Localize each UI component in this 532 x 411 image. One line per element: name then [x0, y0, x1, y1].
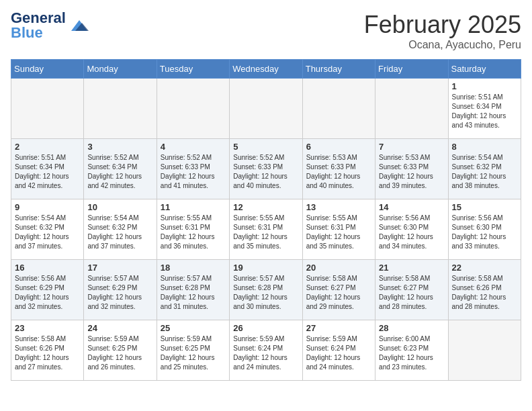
calendar-cell: 26Sunrise: 5:59 AM Sunset: 6:24 PM Dayli…	[230, 320, 302, 381]
calendar-cell: 7Sunrise: 5:53 AM Sunset: 6:33 PM Daylig…	[375, 139, 448, 199]
day-info: Sunrise: 5:58 AM Sunset: 6:26 PM Dayligh…	[452, 274, 517, 312]
calendar-cell: 14Sunrise: 5:56 AM Sunset: 6:30 PM Dayli…	[375, 199, 448, 260]
day-info: Sunrise: 5:54 AM Sunset: 6:32 PM Dayligh…	[452, 153, 517, 191]
weekday-header-saturday: Saturday	[448, 60, 521, 79]
weekday-header-thursday: Thursday	[302, 60, 375, 79]
calendar-cell	[375, 79, 448, 139]
calendar-cell: 6Sunrise: 5:53 AM Sunset: 6:33 PM Daylig…	[302, 139, 375, 199]
calendar-week-3: 9Sunrise: 5:54 AM Sunset: 6:32 PM Daylig…	[11, 199, 521, 260]
day-number: 24	[87, 323, 152, 333]
day-number: 25	[161, 323, 226, 333]
day-info: Sunrise: 5:56 AM Sunset: 6:29 PM Dayligh…	[15, 274, 80, 312]
calendar-cell: 15Sunrise: 5:56 AM Sunset: 6:30 PM Dayli…	[448, 199, 521, 260]
calendar-header-row: SundayMondayTuesdayWednesdayThursdayFrid…	[11, 60, 521, 79]
day-number: 4	[161, 142, 226, 152]
weekday-header-sunday: Sunday	[11, 60, 84, 79]
day-number: 20	[306, 263, 371, 273]
day-number: 19	[233, 263, 298, 273]
day-number: 26	[233, 323, 298, 333]
day-number: 28	[379, 323, 444, 333]
weekday-header-tuesday: Tuesday	[157, 60, 229, 79]
day-info: Sunrise: 5:56 AM Sunset: 6:30 PM Dayligh…	[379, 214, 444, 251]
day-number: 17	[87, 263, 152, 273]
calendar-cell: 8Sunrise: 5:54 AM Sunset: 6:32 PM Daylig…	[448, 139, 521, 199]
calendar-cell	[11, 79, 84, 139]
day-info: Sunrise: 5:54 AM Sunset: 6:32 PM Dayligh…	[87, 214, 152, 251]
day-info: Sunrise: 5:51 AM Sunset: 6:34 PM Dayligh…	[15, 153, 80, 191]
day-number: 9	[15, 202, 80, 212]
calendar-cell: 21Sunrise: 5:58 AM Sunset: 6:27 PM Dayli…	[375, 260, 448, 320]
calendar-cell	[230, 79, 302, 139]
calendar-cell: 3Sunrise: 5:52 AM Sunset: 6:34 PM Daylig…	[84, 139, 157, 199]
day-info: Sunrise: 5:59 AM Sunset: 6:24 PM Dayligh…	[233, 334, 298, 372]
calendar-cell: 22Sunrise: 5:58 AM Sunset: 6:26 PM Dayli…	[448, 260, 521, 320]
day-info: Sunrise: 5:58 AM Sunset: 6:26 PM Dayligh…	[15, 334, 80, 372]
logo-blue-text: Blue	[11, 24, 43, 41]
day-info: Sunrise: 5:58 AM Sunset: 6:27 PM Dayligh…	[306, 274, 371, 312]
calendar-week-2: 2Sunrise: 5:51 AM Sunset: 6:34 PM Daylig…	[11, 139, 521, 199]
calendar-cell	[302, 79, 375, 139]
calendar-cell: 1Sunrise: 5:51 AM Sunset: 6:34 PM Daylig…	[448, 79, 521, 139]
day-info: Sunrise: 5:55 AM Sunset: 6:31 PM Dayligh…	[161, 214, 226, 251]
day-number: 14	[379, 202, 444, 212]
day-info: Sunrise: 5:53 AM Sunset: 6:33 PM Dayligh…	[306, 153, 371, 191]
day-info: Sunrise: 5:57 AM Sunset: 6:29 PM Dayligh…	[87, 274, 152, 312]
day-number: 8	[452, 142, 517, 152]
day-info: Sunrise: 5:57 AM Sunset: 6:28 PM Dayligh…	[233, 274, 298, 312]
calendar-cell: 16Sunrise: 5:56 AM Sunset: 6:29 PM Dayli…	[11, 260, 84, 320]
calendar-cell: 19Sunrise: 5:57 AM Sunset: 6:28 PM Dayli…	[230, 260, 302, 320]
calendar-cell: 5Sunrise: 5:52 AM Sunset: 6:33 PM Daylig…	[230, 139, 302, 199]
day-info: Sunrise: 5:59 AM Sunset: 6:25 PM Dayligh…	[87, 334, 152, 372]
page-header: General Blue February 2025 Ocana, Ayacuc…	[11, 11, 521, 51]
day-number: 22	[452, 263, 517, 273]
day-number: 13	[306, 202, 371, 212]
day-info: Sunrise: 5:54 AM Sunset: 6:32 PM Dayligh…	[15, 214, 80, 251]
day-info: Sunrise: 5:55 AM Sunset: 6:31 PM Dayligh…	[233, 214, 298, 251]
calendar-table: SundayMondayTuesdayWednesdayThursdayFrid…	[11, 59, 521, 381]
calendar-cell	[84, 79, 157, 139]
day-info: Sunrise: 5:52 AM Sunset: 6:33 PM Dayligh…	[233, 153, 298, 191]
calendar-cell: 4Sunrise: 5:52 AM Sunset: 6:33 PM Daylig…	[157, 139, 229, 199]
day-number: 10	[87, 202, 152, 212]
calendar-cell: 23Sunrise: 5:58 AM Sunset: 6:26 PM Dayli…	[11, 320, 84, 381]
calendar-cell: 10Sunrise: 5:54 AM Sunset: 6:32 PM Dayli…	[84, 199, 157, 260]
weekday-header-monday: Monday	[84, 60, 157, 79]
weekday-header-friday: Friday	[375, 60, 448, 79]
calendar-cell: 9Sunrise: 5:54 AM Sunset: 6:32 PM Daylig…	[11, 199, 84, 260]
weekday-header-wednesday: Wednesday	[230, 60, 302, 79]
day-info: Sunrise: 5:57 AM Sunset: 6:28 PM Dayligh…	[161, 274, 226, 312]
day-info: Sunrise: 5:52 AM Sunset: 6:33 PM Dayligh…	[161, 153, 226, 191]
day-number: 6	[306, 142, 371, 152]
day-info: Sunrise: 5:53 AM Sunset: 6:33 PM Dayligh…	[379, 153, 444, 191]
day-info: Sunrise: 5:51 AM Sunset: 6:34 PM Dayligh…	[452, 93, 517, 130]
logo: General Blue	[11, 11, 90, 40]
day-number: 18	[161, 263, 226, 273]
title-area: February 2025 Ocana, Ayacucho, Peru	[364, 11, 521, 51]
calendar-cell: 27Sunrise: 5:59 AM Sunset: 6:24 PM Dayli…	[302, 320, 375, 381]
month-title: February 2025	[364, 11, 521, 39]
day-info: Sunrise: 5:58 AM Sunset: 6:27 PM Dayligh…	[379, 274, 444, 312]
day-number: 7	[379, 142, 444, 152]
day-number: 12	[233, 202, 298, 212]
day-info: Sunrise: 5:55 AM Sunset: 6:31 PM Dayligh…	[306, 214, 371, 251]
logo-icon	[69, 17, 90, 34]
day-info: Sunrise: 5:59 AM Sunset: 6:25 PM Dayligh…	[161, 334, 226, 372]
calendar-cell: 13Sunrise: 5:55 AM Sunset: 6:31 PM Dayli…	[302, 199, 375, 260]
calendar-week-5: 23Sunrise: 5:58 AM Sunset: 6:26 PM Dayli…	[11, 320, 521, 381]
day-number: 11	[161, 202, 226, 212]
day-number: 2	[15, 142, 80, 152]
calendar-cell: 11Sunrise: 5:55 AM Sunset: 6:31 PM Dayli…	[157, 199, 229, 260]
day-number: 3	[87, 142, 152, 152]
day-number: 27	[306, 323, 371, 333]
calendar-cell: 28Sunrise: 6:00 AM Sunset: 6:23 PM Dayli…	[375, 320, 448, 381]
day-number: 1	[452, 81, 517, 91]
calendar-cell: 12Sunrise: 5:55 AM Sunset: 6:31 PM Dayli…	[230, 199, 302, 260]
day-info: Sunrise: 5:52 AM Sunset: 6:34 PM Dayligh…	[87, 153, 152, 191]
calendar-week-1: 1Sunrise: 5:51 AM Sunset: 6:34 PM Daylig…	[11, 79, 521, 139]
calendar-cell: 25Sunrise: 5:59 AM Sunset: 6:25 PM Dayli…	[157, 320, 229, 381]
day-info: Sunrise: 6:00 AM Sunset: 6:23 PM Dayligh…	[379, 334, 444, 372]
day-number: 23	[15, 323, 80, 333]
calendar-cell: 24Sunrise: 5:59 AM Sunset: 6:25 PM Dayli…	[84, 320, 157, 381]
calendar-cell	[448, 320, 521, 381]
calendar-cell	[157, 79, 229, 139]
